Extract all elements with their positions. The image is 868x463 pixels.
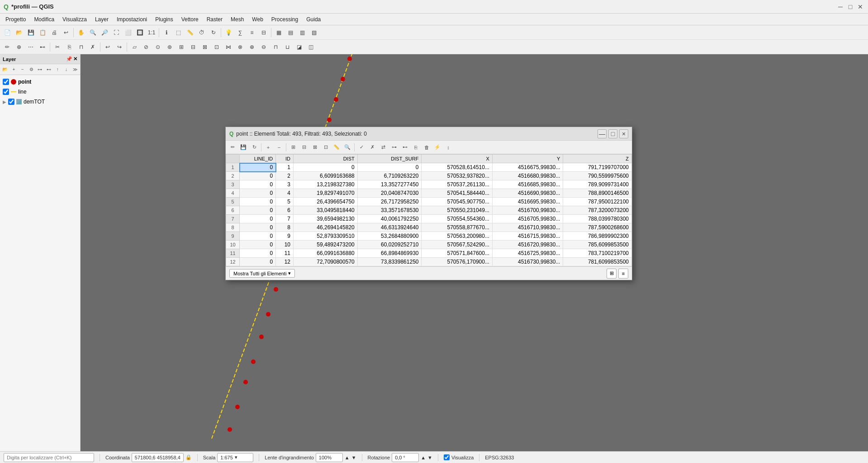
cell-dist_surf[interactable]: 53,2684880900 <box>357 232 422 241</box>
save-as-btn[interactable]: 📋 <box>37 27 48 38</box>
cell-line_id[interactable]: 0 <box>240 172 276 180</box>
cell-y[interactable]: 4516680,99830... <box>492 172 563 180</box>
attr-table-container[interactable]: LINE_ID ID DIST DIST_SURF X Y Z 10100570… <box>226 154 632 266</box>
cell-y[interactable]: 4516710,99830... <box>492 223 563 232</box>
geom7-btn[interactable]: ⊠ <box>199 42 210 52</box>
cell-line_id[interactable]: 0 <box>240 232 276 241</box>
cell-dist[interactable]: 66,0991636880 <box>293 249 357 258</box>
cell-z[interactable]: 789,9099731400 <box>563 180 632 189</box>
extra3-btn[interactable]: ▥ <box>297 27 308 38</box>
zoom-layer-btn[interactable]: ⬜ <box>123 27 133 38</box>
scale-value[interactable]: 1:675 ▾ <box>217 453 253 462</box>
close-button[interactable]: ✕ <box>856 3 864 11</box>
at-save-btn[interactable]: 💾 <box>238 142 248 152</box>
cell-dist[interactable]: 33,0495818440 <box>293 206 357 215</box>
cell-y[interactable]: 4516705,99830... <box>492 215 563 223</box>
at-add-btn[interactable]: + <box>263 142 273 152</box>
menu-vettore[interactable]: Vettore <box>178 15 202 24</box>
at-delete-sel-btn[interactable]: 🗑 <box>422 142 432 152</box>
col-header-z[interactable]: Z <box>563 155 632 163</box>
page-list-btn[interactable]: ≡ <box>618 269 628 279</box>
cell-z[interactable]: 790,5599975600 <box>563 172 632 180</box>
cell-line_id[interactable]: 0 <box>240 198 276 206</box>
cell-dist_surf[interactable]: 60,0209252710 <box>357 241 422 249</box>
at-select-all-btn[interactable]: ✓ <box>356 142 366 152</box>
col-header-id[interactable]: ID <box>276 155 294 163</box>
cell-id[interactable]: 3 <box>276 180 294 189</box>
at-deselect-btn[interactable]: ✗ <box>367 142 377 152</box>
table-row[interactable]: 50526,439665475026,7172958250570545,9077… <box>226 198 632 206</box>
measure-btn[interactable]: 📏 <box>185 27 195 38</box>
at-zoom-sel-btn[interactable]: ⊶ <box>389 142 399 152</box>
cell-dist_surf[interactable]: 6,7109263220 <box>357 172 422 180</box>
cell-y[interactable]: 4516725,99830... <box>492 249 563 258</box>
menu-visualizza[interactable]: Visualizza <box>59 15 90 24</box>
cell-dist[interactable]: 39,6594982130 <box>293 215 357 223</box>
topo-btn[interactable]: ⊟ <box>258 27 269 38</box>
cell-dist_surf[interactable]: 46,6313924640 <box>357 223 422 232</box>
layer-check-line[interactable] <box>3 89 9 95</box>
cell-x[interactable]: 570571,847600... <box>422 249 492 258</box>
epsg-label[interactable]: EPSG:32633 <box>485 455 514 460</box>
cell-dist[interactable]: 52,8793309510 <box>293 232 357 241</box>
cell-id[interactable]: 11 <box>276 249 294 258</box>
at-calc-btn[interactable]: ⚡ <box>432 142 442 152</box>
extra1-btn[interactable]: ▦ <box>273 27 284 38</box>
cell-y[interactable]: 4516675,99830... <box>492 163 563 172</box>
cell-x[interactable]: 570576,170900... <box>422 258 492 266</box>
at-copy-sel-btn[interactable]: ⎘ <box>411 142 421 152</box>
menu-web[interactable]: Web <box>248 15 266 24</box>
geom5-btn[interactable]: ⊞ <box>176 42 187 52</box>
cell-z[interactable]: 791,7199707000 <box>563 163 632 172</box>
table-row[interactable]: 1001059,489247320060,0209252710570567,52… <box>226 241 632 249</box>
print-btn[interactable]: 🖨 <box>49 27 60 38</box>
cell-x[interactable]: 570537,261130... <box>422 180 492 189</box>
cell-dist_surf[interactable]: 66,8984869930 <box>357 249 422 258</box>
table-row[interactable]: 90952,879330951053,2684880900570563,2009… <box>226 232 632 241</box>
menu-raster[interactable]: Raster <box>203 15 226 24</box>
geom11-btn[interactable]: ⊕ <box>247 42 257 52</box>
at-ruler-btn[interactable]: 📏 <box>332 142 342 152</box>
cell-line_id[interactable]: 0 <box>240 258 276 266</box>
save-btn[interactable]: 💾 <box>25 27 36 38</box>
cell-id[interactable]: 12 <box>276 258 294 266</box>
page-grid-btn[interactable]: ⊞ <box>607 269 617 279</box>
cell-dist[interactable]: 13,2198327380 <box>293 180 357 189</box>
cell-y[interactable]: 4516720,99830... <box>492 241 563 249</box>
cell-dist[interactable]: 0 <box>293 163 357 172</box>
attr-dialog-maximize[interactable]: □ <box>608 129 617 138</box>
table-row[interactable]: 2026,60991636886,7109263220570532,937820… <box>226 172 632 180</box>
cell-z[interactable]: 786,9899902300 <box>563 232 632 241</box>
cell-z[interactable]: 788,0399780300 <box>563 215 632 223</box>
col-header-dist-surf[interactable]: DIST_SURF <box>357 155 422 163</box>
cell-dist_surf[interactable]: 33,3571678530 <box>357 206 422 215</box>
cell-z[interactable]: 785,6099853500 <box>563 241 632 249</box>
layer-panel-pin[interactable]: 📌 <box>66 56 72 62</box>
menu-impostazioni[interactable]: Impostazioni <box>113 15 151 24</box>
cell-dist_surf[interactable]: 0 <box>357 163 422 172</box>
cell-id[interactable]: 7 <box>276 215 294 223</box>
cell-line_id[interactable]: 0 <box>240 215 276 223</box>
pan-btn[interactable]: ✋ <box>76 27 86 38</box>
cell-x[interactable]: 570567,524290... <box>422 241 492 249</box>
attr-dialog-close[interactable]: × <box>619 129 628 138</box>
menu-processing[interactable]: Processing <box>268 15 302 24</box>
at-filter3-btn[interactable]: ⊡ <box>321 142 331 152</box>
refresh-btn[interactable]: ↻ <box>208 27 219 38</box>
geom14-btn[interactable]: ⊔ <box>282 42 293 52</box>
statusbar-search[interactable] <box>4 453 94 462</box>
cell-line_id[interactable]: 0 <box>240 241 276 249</box>
cell-id[interactable]: 1 <box>276 163 294 172</box>
col-header-lineid[interactable]: LINE_ID <box>240 155 276 163</box>
calc-btn[interactable]: ∑ <box>235 27 246 38</box>
menu-modifica[interactable]: Modifica <box>30 15 58 24</box>
cell-z[interactable]: 781,6099853500 <box>563 258 632 266</box>
zoom-out-btn[interactable]: 🔎 <box>99 27 110 38</box>
cell-id[interactable]: 5 <box>276 198 294 206</box>
at-filter-btn[interactable]: ⊟ <box>299 142 309 152</box>
cell-dist[interactable]: 19,8297491070 <box>293 189 357 198</box>
maximize-button[interactable]: □ <box>846 3 854 11</box>
cell-x[interactable]: 570541,584440... <box>422 189 492 198</box>
geom13-btn[interactable]: ⊓ <box>270 42 281 52</box>
cell-z[interactable]: 788,8900146500 <box>563 189 632 198</box>
